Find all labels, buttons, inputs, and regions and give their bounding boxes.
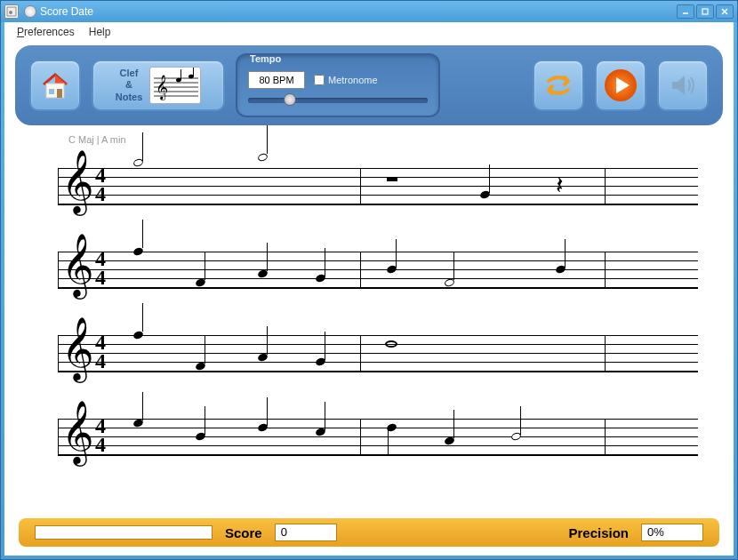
sound-button[interactable] — [657, 60, 709, 111]
menu-help[interactable]: Help — [84, 24, 116, 40]
secondary-icon — [24, 5, 36, 18]
precision-label: Precision — [568, 525, 629, 540]
clef-preview-icon: 𝄞 — [149, 67, 201, 104]
toolbar: Clef & Notes 𝄞 — [15, 45, 723, 125]
time-signature: 44 — [95, 250, 106, 287]
time-signature: 44 — [95, 417, 106, 454]
minimize-button[interactable] — [677, 4, 694, 19]
tempo-slider-thumb[interactable] — [284, 93, 296, 106]
treble-clef-icon: 𝄞 — [61, 321, 94, 376]
app-icon — [4, 4, 19, 19]
metronome-checkbox[interactable] — [314, 75, 325, 85]
app-window: Score Date Preferences Help — [0, 0, 738, 560]
shuffle-button[interactable] — [533, 60, 584, 111]
clef-notes-label: Clef & Notes — [116, 68, 143, 103]
play-button[interactable] — [595, 60, 646, 111]
tempo-label: Tempo — [248, 53, 283, 64]
svg-text:𝄞: 𝄞 — [156, 75, 168, 100]
staff-row-1: 𝄞 44 𝄽 — [58, 147, 698, 228]
home-icon — [37, 68, 73, 103]
score-label: Score — [225, 525, 262, 540]
titlebar[interactable]: Score Date — [1, 1, 737, 22]
play-icon — [602, 67, 639, 104]
shuffle-icon — [541, 68, 575, 102]
tempo-slider[interactable] — [248, 98, 428, 103]
window-title: Score Date — [40, 5, 677, 18]
clef-notes-button[interactable]: Clef & Notes 𝄞 — [92, 60, 225, 111]
svg-rect-10 — [49, 89, 54, 94]
content-area: Preferences Help Clef & Notes — [4, 22, 734, 556]
maximize-button[interactable] — [696, 4, 714, 19]
staff-row-2: 𝄞 44 — [58, 230, 698, 312]
progress-bar — [35, 525, 213, 540]
time-signature: 44 — [95, 166, 106, 204]
key-signature-label: C Maj | A min — [68, 134, 698, 145]
close-button[interactable] — [716, 4, 734, 19]
menubar: Preferences Help — [4, 22, 734, 42]
svg-marker-23 — [672, 76, 685, 95]
status-bar: Score 0 Precision 0% — [19, 518, 719, 547]
home-button[interactable] — [29, 60, 81, 111]
time-signature: 44 — [95, 333, 106, 371]
treble-clef-icon: 𝄞 — [61, 237, 94, 292]
treble-clef-icon: 𝄞 — [61, 154, 94, 209]
metronome-label: Metronome — [328, 75, 378, 85]
score-value: 0 — [275, 524, 337, 541]
tempo-panel: Tempo Metronome — [236, 53, 440, 117]
metronome-toggle[interactable]: Metronome — [314, 75, 378, 85]
precision-value: 0% — [641, 524, 703, 541]
staff-row-4: 𝄞 44 — [58, 397, 698, 479]
speaker-icon — [667, 69, 699, 101]
treble-clef-icon: 𝄞 — [61, 404, 94, 460]
svg-rect-9 — [57, 89, 62, 98]
svg-point-1 — [9, 11, 12, 14]
menu-preferences[interactable]: Preferences — [12, 24, 80, 40]
score-area: C Maj | A min 𝄞 44 𝄽 — [4, 125, 734, 515]
staff-row-3: 𝄞 44 — [58, 314, 698, 396]
svg-rect-3 — [702, 9, 708, 14]
tempo-input[interactable] — [248, 71, 305, 89]
